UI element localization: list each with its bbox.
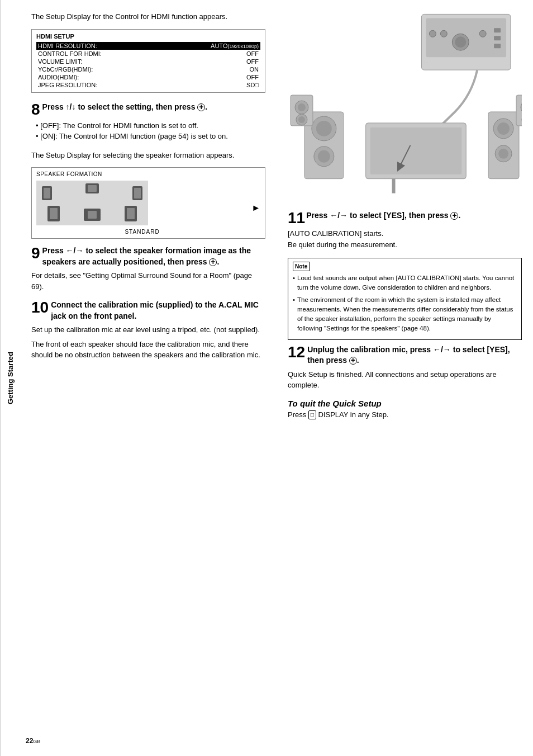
step-10-number: 10 bbox=[31, 300, 49, 315]
step-9-title: Press ←/→ to select the speaker formatio… bbox=[42, 245, 265, 267]
table-cell-label: AUDIO(HDMI): bbox=[36, 73, 163, 81]
step-9: 9 Press ←/→ to select the speaker format… bbox=[31, 245, 265, 292]
step-9-header: 9 Press ←/→ to select the speaker format… bbox=[31, 245, 265, 267]
list-item: [OFF]: The Control for HDMI function is … bbox=[36, 120, 265, 131]
note-list: Loud test sounds are output when [AUTO C… bbox=[293, 273, 517, 334]
speaker-formation-box: SPEAKER FORMATION bbox=[31, 167, 265, 239]
table-cell-label: YCbCr/RGB(HDMI): bbox=[36, 65, 163, 73]
step-9-body: For details, see "Getting Optimal Surrou… bbox=[31, 270, 265, 292]
table-cell-value: OFF bbox=[163, 50, 260, 58]
right-column: Calibration mic bbox=[282, 11, 522, 745]
svg-rect-17 bbox=[494, 44, 501, 48]
quit-section: To quit the Quick Setup Press □ DISPLAY … bbox=[288, 399, 522, 420]
svg-point-38 bbox=[498, 149, 508, 159]
list-item: Loud test sounds are output when [AUTO C… bbox=[293, 273, 517, 293]
speaker-formation-svg bbox=[36, 181, 148, 225]
step-12-header: 12 Unplug the calibration mic, press ←/→… bbox=[288, 344, 522, 366]
page-suffix: GB bbox=[33, 739, 40, 744]
hdmi-setup-table: HDMI RESOLUTION: AUTO(1920x1080p) CONTRO… bbox=[36, 42, 260, 89]
speaker-formation-intro: The Setup Display for selecting the spea… bbox=[31, 150, 265, 161]
step-9-number: 9 bbox=[31, 245, 40, 261]
step-12: 12 Unplug the calibration mic, press ←/→… bbox=[288, 344, 522, 391]
step-11-title: Press ←/→ to select [YES], then press +. bbox=[306, 210, 460, 221]
circle-plus-icon: + bbox=[197, 103, 205, 111]
table-cell-label: CONTROL FOR HDMI: bbox=[36, 50, 163, 58]
table-row: AUDIO(HDMI): OFF bbox=[36, 73, 260, 81]
table-cell-label: VOLUME LIMIT: bbox=[36, 58, 163, 65]
step-9-text: For details, see "Getting Optimal Surrou… bbox=[31, 271, 252, 291]
list-item: [ON]: The Control for HDMI function (pag… bbox=[36, 131, 265, 142]
svg-point-36 bbox=[497, 122, 510, 135]
svg-point-31 bbox=[316, 121, 332, 136]
page-number-value: 22 bbox=[26, 737, 33, 745]
quit-heading: To quit the Quick Setup bbox=[288, 399, 522, 408]
svg-rect-15 bbox=[494, 28, 501, 32]
step-11: 11 Press ←/→ to select [YES], then press… bbox=[288, 210, 522, 250]
svg-rect-28 bbox=[370, 127, 462, 174]
step-11-header: 11 Press ←/→ to select [YES], then press… bbox=[288, 210, 522, 226]
step-12-title: Unplug the calibration mic, press ←/→ to… bbox=[307, 344, 522, 366]
step-8-title: Press ↑/↓ to select the setting, then pr… bbox=[42, 102, 208, 113]
step-10-body: Set up the calibration mic at ear level … bbox=[31, 324, 265, 361]
step-8-number: 8 bbox=[31, 102, 40, 117]
svg-rect-16 bbox=[494, 36, 501, 40]
left-column: The Setup Display for the Control for HD… bbox=[31, 11, 271, 745]
table-cell-value: ON bbox=[163, 65, 260, 73]
svg-rect-6 bbox=[127, 208, 135, 219]
circle-plus-icon-12: + bbox=[349, 357, 357, 365]
svg-rect-8 bbox=[44, 188, 50, 199]
main-content: The Setup Display for the Control for HD… bbox=[20, 0, 533, 756]
svg-rect-10 bbox=[134, 188, 141, 199]
step-12-body: Quick Setup is finished. All connections… bbox=[288, 369, 522, 391]
table-row: VOLUME LIMIT: OFF bbox=[36, 58, 260, 65]
svg-point-19 bbox=[455, 36, 466, 48]
display-icon: □ bbox=[308, 410, 316, 419]
svg-rect-12 bbox=[88, 185, 97, 192]
step-8-body: [OFF]: The Control for HDMI function is … bbox=[31, 120, 265, 142]
svg-rect-4 bbox=[50, 208, 58, 219]
table-row: CONTROL FOR HDMI: OFF bbox=[36, 50, 260, 58]
svg-point-22 bbox=[479, 30, 486, 37]
hdmi-setup-box: HDMI SETUP HDMI RESOLUTION: AUTO(1920x10… bbox=[31, 29, 265, 93]
intro-text: The Setup Display for the Control for HD… bbox=[31, 11, 265, 22]
table-cell-label: JPEG RESOLUTION: bbox=[36, 81, 163, 89]
speaker-label: STANDARD bbox=[36, 229, 248, 235]
svg-point-33 bbox=[318, 150, 330, 163]
table-row: YCbCr/RGB(HDMI): ON bbox=[36, 65, 260, 73]
speaker-box-title: SPEAKER FORMATION bbox=[36, 171, 260, 177]
svg-rect-2 bbox=[88, 211, 97, 219]
table-cell-value: SD□ bbox=[163, 81, 260, 89]
step-10-text1: Set up the calibration mic at ear level … bbox=[31, 324, 265, 336]
step-10-header: 10 Connect the calibration mic (supplied… bbox=[31, 300, 265, 322]
hdmi-setup-title: HDMI SETUP bbox=[36, 33, 260, 40]
svg-point-20 bbox=[429, 30, 436, 37]
sidebar-label: Getting Started bbox=[6, 352, 15, 404]
svg-point-21 bbox=[440, 30, 447, 37]
speaker-image-container: STANDARD bbox=[36, 181, 248, 235]
svg-point-43 bbox=[298, 116, 305, 123]
quit-body: Press □ DISPLAY in any Step. bbox=[288, 410, 522, 420]
svg-point-41 bbox=[298, 103, 306, 111]
speaker-formation-display: STANDARD ► bbox=[36, 181, 260, 235]
list-item: The environment of the room in which the… bbox=[293, 295, 517, 334]
step-12-number: 12 bbox=[288, 344, 305, 360]
step-10-title: Connect the calibration mic (supplied) t… bbox=[51, 300, 265, 322]
step-11-number: 11 bbox=[288, 210, 305, 226]
image-area: Calibration mic bbox=[288, 11, 522, 201]
table-row: JPEG RESOLUTION: SD□ bbox=[36, 81, 260, 89]
sidebar: Getting Started bbox=[0, 0, 20, 756]
page-number: 22GB bbox=[26, 737, 40, 745]
calibration-svg: Calibration mic bbox=[288, 11, 522, 201]
step-10-text2: The front of each speaker should face th… bbox=[31, 339, 265, 361]
quit-heading-text: To quit the Quick Setup bbox=[288, 399, 382, 408]
step-8-bullets: [OFF]: The Control for HDMI function is … bbox=[36, 120, 265, 142]
calibration-illustration: Calibration mic bbox=[288, 11, 522, 201]
step-10: 10 Connect the calibration mic (supplied… bbox=[31, 300, 265, 361]
step-11-text1: [AUTO CALIBRATION] starts. bbox=[288, 228, 522, 239]
table-cell-value: OFF bbox=[163, 58, 260, 65]
step-11-text2: Be quiet during the measurement. bbox=[288, 239, 522, 251]
table-row: HDMI RESOLUTION: AUTO(1920x1080p) bbox=[36, 42, 260, 50]
svg-rect-44 bbox=[516, 95, 522, 126]
step-11-body: [AUTO CALIBRATION] starts. Be quiet duri… bbox=[288, 228, 522, 250]
table-cell-value: AUTO(1920x1080p) bbox=[163, 42, 260, 50]
